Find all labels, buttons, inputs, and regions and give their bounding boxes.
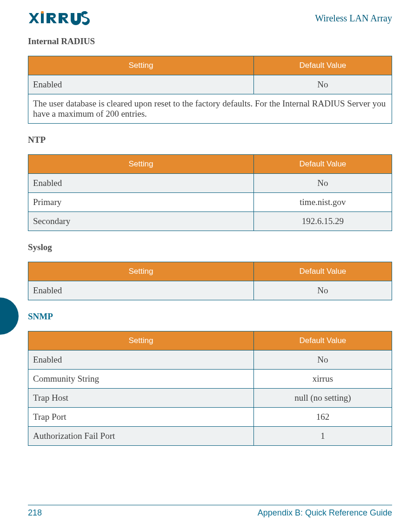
cell-value: xirrus [253,370,392,389]
col-header-value: Default Value [253,262,392,281]
section-heading-snmp[interactable]: SNMP [28,311,392,322]
cell-setting: Enabled [28,281,254,300]
cell-value: time.nist.gov [253,193,392,212]
table-header-row: Setting Default Value [28,331,392,350]
cell-value: null (no setting) [253,389,392,408]
snmp-table: Setting Default Value Enabled No Communi… [28,331,392,446]
col-header-value: Default Value [253,56,392,75]
cell-setting: Authorization Fail Port [28,427,254,446]
cell-note: The user database is cleared upon reset … [28,94,392,124]
cell-value: 1 [253,427,392,446]
page-header: Wireless LAN Array [28,11,392,25]
section-heading-internal-radius: Internal RADIUS [28,36,392,46]
table-header-row: Setting Default Value [28,155,392,174]
table-row: Enabled No [28,281,392,300]
table-row: Authorization Fail Port 1 [28,427,392,446]
brand-logo [28,11,98,25]
cell-setting: Secondary [28,212,254,231]
xirrus-logo-icon [28,11,98,25]
section-heading-syslog: Syslog [28,242,392,252]
internal-radius-table: Setting Default Value Enabled No The use… [28,56,392,124]
table-row: Enabled No [28,75,392,94]
syslog-table: Setting Default Value Enabled No [28,262,392,300]
cell-value: No [253,75,392,94]
table-header-row: Setting Default Value [28,262,392,281]
page-footer: 218 Appendix B: Quick Reference Guide [28,505,392,518]
col-header-setting: Setting [28,56,254,75]
table-row: Trap Port 162 [28,408,392,427]
cell-setting: Community String [28,370,254,389]
table-row: Community String xirrus [28,370,392,389]
table-row: Enabled No [28,350,392,370]
cell-value: No [253,350,392,370]
table-row: Trap Host null (no setting) [28,389,392,408]
col-header-value: Default Value [253,331,392,350]
svg-rect-0 [41,13,44,23]
table-note-row: The user database is cleared upon reset … [28,94,392,124]
cell-setting: Trap Port [28,408,254,427]
cell-value: No [253,281,392,300]
cell-value: No [253,174,392,193]
table-row: Secondary 192.6.15.29 [28,212,392,231]
col-header-setting: Setting [28,262,254,281]
cell-value: 162 [253,408,392,427]
section-heading-ntp: NTP [28,135,392,145]
cell-setting: Enabled [28,174,254,193]
cell-setting: Enabled [28,350,254,370]
table-row: Primary time.nist.gov [28,193,392,212]
cell-setting: Primary [28,193,254,212]
document-title: Wireless LAN Array [315,13,392,24]
cell-setting: Trap Host [28,389,254,408]
cell-value: 192.6.15.29 [253,212,392,231]
col-header-setting: Setting [28,155,254,174]
col-header-setting: Setting [28,331,254,350]
page-number: 218 [28,508,42,518]
table-header-row: Setting Default Value [28,56,392,75]
col-header-value: Default Value [253,155,392,174]
cell-setting: Enabled [28,75,254,94]
ntp-table: Setting Default Value Enabled No Primary… [28,154,392,231]
table-row: Enabled No [28,174,392,193]
appendix-title: Appendix B: Quick Reference Guide [258,508,392,518]
page-edge-tab [0,298,19,335]
